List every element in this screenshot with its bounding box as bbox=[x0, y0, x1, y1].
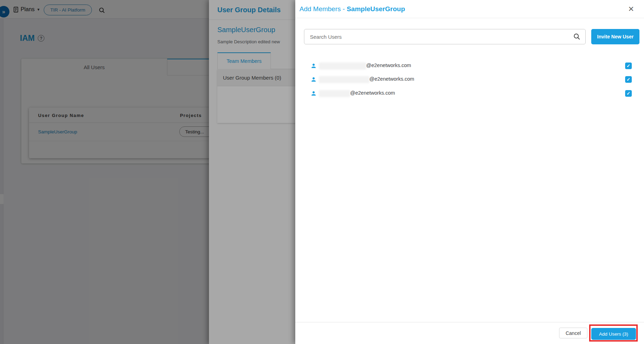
search-icon bbox=[573, 33, 581, 41]
add-users-button[interactable]: Add Users (3) bbox=[591, 328, 636, 340]
user-list-item[interactable]: @e2enetworks.com ✓ bbox=[295, 87, 644, 100]
user-email: @e2enetworks.com bbox=[350, 90, 395, 96]
person-icon bbox=[310, 76, 317, 83]
cancel-button[interactable]: Cancel bbox=[559, 328, 587, 338]
add-members-drawer: Add Members - SampleUserGroup ✕ Invite N… bbox=[295, 0, 644, 344]
add-members-title: Add Members - SampleUserGroup bbox=[299, 0, 405, 18]
user-email: @e2enetworks.com bbox=[369, 76, 414, 82]
redacted-username bbox=[319, 63, 366, 69]
user-list-item[interactable]: @e2enetworks.com ✓ bbox=[295, 73, 644, 86]
redacted-username bbox=[319, 90, 350, 97]
user-checkbox[interactable]: ✓ bbox=[625, 76, 632, 83]
user-checkbox[interactable]: ✓ bbox=[625, 90, 632, 97]
user-email: @e2enetworks.com bbox=[366, 63, 411, 68]
screen: » Plans ▾ TIR - AI Platform bbox=[0, 0, 644, 344]
redacted-username bbox=[319, 76, 369, 83]
user-list-item[interactable]: @e2enetworks.com ✓ bbox=[295, 60, 644, 72]
close-icon[interactable]: ✕ bbox=[625, 0, 637, 18]
person-icon bbox=[310, 90, 317, 97]
add-members-header: Add Members - SampleUserGroup ✕ bbox=[295, 0, 644, 18]
search-users-input[interactable] bbox=[304, 29, 586, 44]
user-checkbox[interactable]: ✓ bbox=[625, 63, 632, 69]
person-icon bbox=[310, 63, 317, 69]
footer-divider bbox=[295, 322, 644, 322]
invite-new-user-button[interactable]: Invite New User bbox=[591, 29, 639, 44]
